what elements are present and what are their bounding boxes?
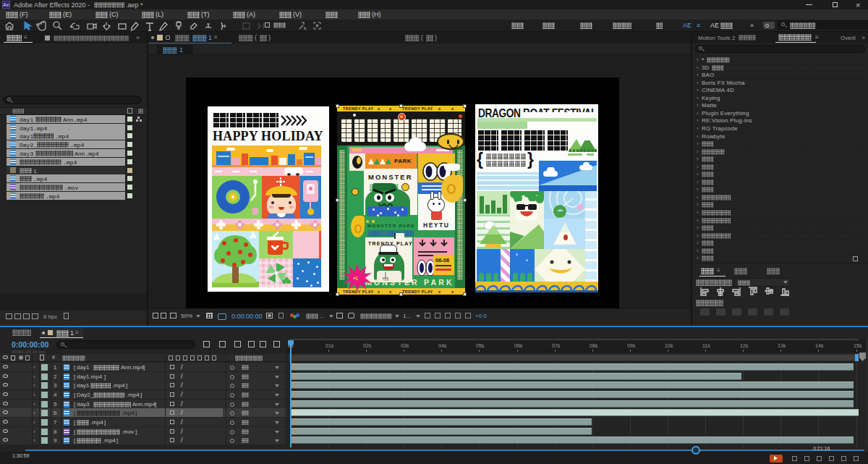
svg-text:+1: +1 — [353, 276, 359, 281]
